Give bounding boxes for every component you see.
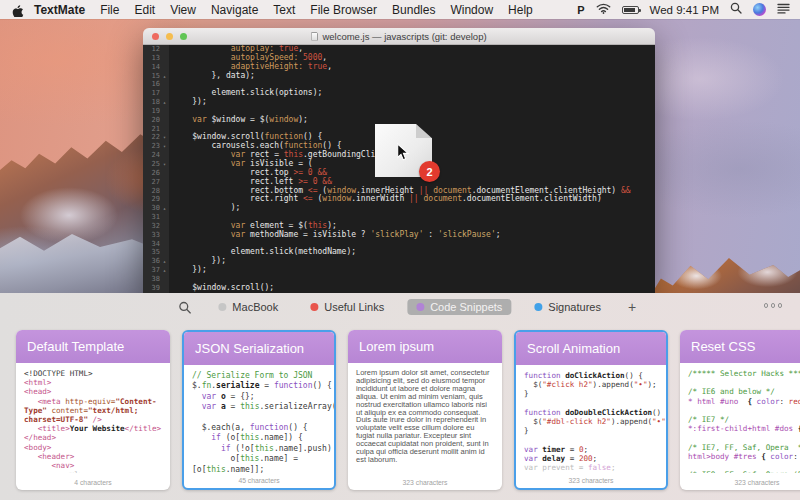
mouse-cursor <box>396 143 410 161</box>
tab-signatures[interactable]: Signatures <box>525 299 610 315</box>
menubar-status-area: P Wed 9:41 PM <box>577 2 800 17</box>
line-number: 36 <box>143 257 160 266</box>
menu-file[interactable]: File <box>100 3 119 17</box>
line-number: 34 <box>143 240 160 249</box>
line-number: 27 <box>143 178 160 187</box>
code-line[interactable]: 37▴ }); <box>143 266 655 275</box>
card-title: JSON Serialization <box>184 332 334 365</box>
tab-label: MacBook <box>232 301 278 313</box>
snippet-card-reset-css[interactable]: Reset CSS/***** Selector Hacks ****** /*… <box>680 330 800 490</box>
line-number: 29 <box>143 195 160 204</box>
card-title: Lorem ipsum <box>348 330 502 363</box>
line-number: 30 <box>143 204 160 213</box>
code-text: $window.scroll(); <box>169 284 274 293</box>
fold-marker-icon <box>160 89 169 98</box>
snippet-card-json-serialization[interactable]: JSON Serialization// Serialize Form to J… <box>182 330 336 490</box>
menubar-clock[interactable]: Wed 9:41 PM <box>650 4 719 16</box>
snippet-tabbar: MacBookUseful LinksCode SnippetsSignatur… <box>0 293 800 325</box>
tab-color-dot <box>534 303 542 311</box>
line-number: 21 <box>143 125 160 134</box>
app-menu-textmate[interactable]: TextMate <box>34 3 85 17</box>
fold-marker-icon[interactable]: ▴ <box>160 98 169 107</box>
snippet-search-icon[interactable] <box>178 301 191 314</box>
fold-marker-icon <box>160 45 169 54</box>
menu-window[interactable]: Window <box>450 3 493 17</box>
window-titlebar[interactable]: welcome.js — javascripts (git: develop) <box>143 28 655 45</box>
fold-marker-icon <box>160 248 169 257</box>
line-number: 39 <box>143 284 160 293</box>
line-number: 22 <box>143 133 160 142</box>
card-body: Lorem ipsum dolor sit amet, consectetur … <box>348 363 502 473</box>
line-number: 33 <box>143 231 160 240</box>
drag-count-badge: 2 <box>419 161 440 182</box>
menubar: TextMate FileEditViewNavigateTextFile Br… <box>0 0 800 19</box>
line-number: 16 <box>143 80 160 89</box>
line-number: 15 <box>143 72 160 81</box>
tab-label: Useful Links <box>324 301 384 313</box>
code-line[interactable]: 30▴ ); <box>143 204 655 213</box>
menu-edit[interactable]: Edit <box>134 3 155 17</box>
code-line[interactable]: 15▴ }, data); <box>143 72 655 81</box>
fold-marker-icon <box>160 284 169 293</box>
fold-marker-icon[interactable]: ▴ <box>160 204 169 213</box>
code-line[interactable]: 18▴ }); <box>143 98 655 107</box>
status-p-icon[interactable]: P <box>577 4 584 16</box>
code-line[interactable]: 36▴ }); <box>143 257 655 266</box>
snippet-card-default-template[interactable]: Default Template<!DOCTYPE HTML><html><he… <box>16 330 170 490</box>
snippets-panel: MacBookUseful LinksCode SnippetsSignatur… <box>0 293 800 500</box>
fold-marker-icon[interactable]: ▴ <box>160 72 169 81</box>
window-title: welcome.js — javascripts (git: develop) <box>143 31 655 42</box>
card-title: Default Template <box>16 330 170 363</box>
tab-label: Code Snippets <box>430 301 502 313</box>
card-character-count: 323 characters <box>680 479 800 486</box>
fold-marker-icon[interactable]: ▴ <box>160 266 169 275</box>
fold-marker-icon[interactable]: ▾ <box>160 142 169 151</box>
card-body: function doClickAction() { $("#click h2"… <box>516 365 666 475</box>
menu-file-browser[interactable]: File Browser <box>310 3 377 17</box>
wifi-icon[interactable] <box>596 3 611 17</box>
menu-view[interactable]: View <box>170 3 196 17</box>
tab-useful-links[interactable]: Useful Links <box>301 299 393 315</box>
code-line[interactable]: 33 var methodName = isVisible ? 'slickPl… <box>143 231 655 240</box>
tab-label: Signatures <box>548 301 601 313</box>
menu-text[interactable]: Text <box>273 3 295 17</box>
fold-marker-icon[interactable]: ▾ <box>160 133 169 142</box>
snippet-card-lorem-ipsum[interactable]: Lorem ipsumLorem ipsum dolor sit amet, c… <box>348 330 502 490</box>
tab-macbook[interactable]: MacBook <box>209 299 287 315</box>
spotlight-search-icon[interactable] <box>730 2 742 17</box>
line-number: 31 <box>143 213 160 222</box>
card-body: // Serialize Form to JSON$.fn.serialize … <box>184 365 334 475</box>
line-number: 26 <box>143 169 160 178</box>
tab-code-snippets[interactable]: Code Snippets <box>407 299 511 315</box>
fold-marker-icon <box>160 63 169 72</box>
menu-bundles[interactable]: Bundles <box>392 3 435 17</box>
code-line[interactable]: 39 $window.scroll(); <box>143 284 655 293</box>
menu-help[interactable]: Help <box>508 3 533 17</box>
card-title: Reset CSS <box>680 330 800 363</box>
notification-center-icon[interactable] <box>777 3 790 17</box>
siri-icon[interactable] <box>753 3 766 16</box>
line-number: 19 <box>143 107 160 116</box>
apple-menu-icon[interactable] <box>12 3 24 17</box>
add-tab-button[interactable]: + <box>624 299 640 315</box>
fold-marker-icon[interactable]: ▾ <box>160 160 169 169</box>
code-text: }); <box>169 266 207 275</box>
fold-marker-icon <box>160 54 169 63</box>
snippet-card-scroll-animation[interactable]: Scroll Animationfunction doClickAction()… <box>514 330 668 490</box>
fold-marker-icon <box>160 178 169 187</box>
fold-marker-icon[interactable]: ▴ <box>160 257 169 266</box>
textmate-window: welcome.js — javascripts (git: develop) … <box>143 28 655 293</box>
card-character-count: 4 characters <box>16 479 170 486</box>
battery-icon[interactable] <box>622 6 639 14</box>
fold-marker-icon <box>160 107 169 116</box>
fold-marker-icon <box>160 275 169 284</box>
line-number: 23 <box>143 142 160 151</box>
fold-marker-icon <box>160 116 169 125</box>
menu-navigate[interactable]: Navigate <box>211 3 258 17</box>
card-character-count: 45 characters <box>184 477 334 484</box>
document-proxy-icon[interactable] <box>311 32 318 41</box>
more-options-icon[interactable] <box>764 303 783 308</box>
line-number: 35 <box>143 248 160 257</box>
code-line[interactable]: 17 element.slick(options); <box>143 89 655 98</box>
fold-marker-icon <box>160 213 169 222</box>
